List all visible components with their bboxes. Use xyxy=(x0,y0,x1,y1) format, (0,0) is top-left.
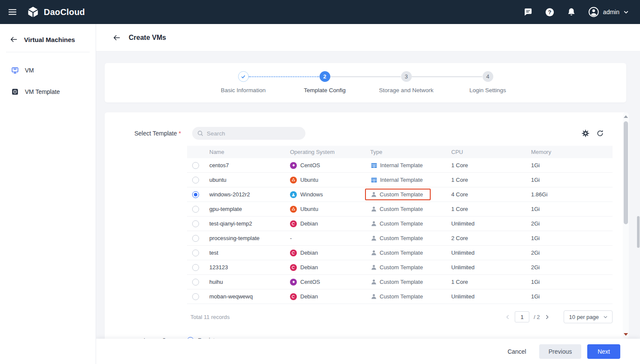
step-storage-and-network: 3 Storage and Network xyxy=(401,71,412,99)
template-radio[interactable] xyxy=(192,293,199,300)
template-form-card: Select Template* xyxy=(105,112,626,339)
template-radio[interactable] xyxy=(192,235,199,242)
table-row[interactable]: windows-2012r2WindowsCustom Template4 Co… xyxy=(187,187,613,202)
custom-template-icon xyxy=(371,221,377,226)
previous-button[interactable]: Previous xyxy=(539,344,581,359)
page-scrollbar[interactable] xyxy=(637,24,640,364)
refresh-icon[interactable] xyxy=(596,129,604,137)
brand[interactable]: DaoCloud xyxy=(27,6,85,18)
template-radio[interactable] xyxy=(192,250,199,256)
cell-memory: 1Gi xyxy=(526,279,613,285)
table-row[interactable]: gpu-templateUbuntuCustom Template1 Core1… xyxy=(187,202,613,217)
table-row[interactable]: processing-template-Custom Template2 Cor… xyxy=(187,231,613,246)
image-source-label: Image Source xyxy=(131,334,187,339)
cell-type: Custom Template xyxy=(365,232,446,244)
table-row[interactable]: ubuntuUbuntuInternal Template1 Core1Gi xyxy=(187,173,613,187)
template-radio[interactable] xyxy=(192,177,199,184)
step-check-icon xyxy=(238,71,249,82)
next-page-chevron-icon[interactable] xyxy=(544,314,550,320)
prev-page-chevron-icon[interactable] xyxy=(505,314,510,320)
template-radio[interactable] xyxy=(192,220,199,227)
cell-cpu: Unlimited xyxy=(446,250,526,256)
content-scrollbar[interactable] xyxy=(623,112,629,339)
custom-template-icon xyxy=(371,265,377,270)
cell-type: Custom Template xyxy=(365,247,446,259)
cell-type: Custom Template xyxy=(365,203,446,215)
table-row[interactable]: testDebianCustom TemplateUnlimited2Gi xyxy=(187,246,613,260)
next-button[interactable]: Next xyxy=(587,344,620,359)
chevron-down-icon xyxy=(623,9,629,15)
bell-icon[interactable] xyxy=(567,7,576,17)
table-row[interactable]: moban-weqwewqDebianCustom TemplateUnlimi… xyxy=(187,289,613,304)
os-icon-ubuntu xyxy=(290,206,297,213)
step-template-config: 2 Template Config xyxy=(319,71,330,99)
select-template-label: Select Template* xyxy=(131,127,187,140)
step-label: Login Settings xyxy=(469,87,506,93)
column-header-os: Operating System xyxy=(285,149,365,155)
cell-os: Ubuntu xyxy=(285,177,365,184)
step-label: Template Config xyxy=(304,87,346,93)
cancel-button[interactable]: Cancel xyxy=(507,348,526,355)
sidebar-item-vm[interactable]: VM xyxy=(0,62,96,79)
stepper-connector xyxy=(249,76,319,77)
stepper-connector xyxy=(412,76,482,77)
page-size-select[interactable]: 10 per page xyxy=(564,310,613,323)
row-radio-cell xyxy=(187,191,209,198)
stepper-card: Basic Information 2 Template Config 3 St… xyxy=(105,63,626,102)
user-name: admin xyxy=(603,9,619,15)
brand-name: DaoCloud xyxy=(44,7,85,17)
scroll-down-arrow-icon[interactable] xyxy=(623,331,629,337)
search-icon xyxy=(197,130,203,136)
template-radio[interactable] xyxy=(192,279,199,286)
template-radio[interactable] xyxy=(192,264,199,271)
step-number: 4 xyxy=(483,71,493,82)
sidebar-item-vm-template[interactable]: VM Template xyxy=(0,83,96,100)
cell-os: Debian xyxy=(285,220,365,227)
cell-memory: 1Gi xyxy=(526,235,613,241)
cell-os: Debian xyxy=(285,293,365,300)
cell-type: Custom Template xyxy=(365,262,446,273)
scrollbar-thumb[interactable] xyxy=(624,121,628,224)
image-source-registry-option[interactable]: Registry xyxy=(187,334,220,339)
page-header: Create VMs xyxy=(96,24,640,51)
search-input[interactable] xyxy=(207,130,300,137)
type-chip: Internal Template xyxy=(365,174,431,186)
page-scrollbar-thumb[interactable] xyxy=(637,216,640,248)
sidebar-back-arrow-icon[interactable] xyxy=(9,35,18,44)
cell-type: Custom Template xyxy=(365,291,446,302)
avatar-icon xyxy=(588,6,599,18)
table-row[interactable]: test-qianyi-temp2DebianCustom TemplateUn… xyxy=(187,217,613,231)
type-chip: Custom Template xyxy=(365,276,431,288)
page-number-input[interactable] xyxy=(515,311,529,322)
search-box[interactable] xyxy=(192,127,305,140)
svg-text:?: ? xyxy=(548,9,551,15)
cell-os: Windows xyxy=(285,191,365,198)
template-radio[interactable] xyxy=(192,191,199,198)
template-radio[interactable] xyxy=(192,206,199,213)
table-row[interactable]: 123123DebianCustom TemplateUnlimited2Gi xyxy=(187,260,613,275)
cell-cpu: 1 Core xyxy=(446,279,526,285)
template-radio[interactable] xyxy=(192,162,199,169)
user-menu[interactable]: admin xyxy=(588,6,629,18)
cell-type: Custom Template xyxy=(365,218,446,229)
menu-icon[interactable] xyxy=(8,7,17,17)
page-back-arrow-icon[interactable] xyxy=(112,33,121,42)
cell-memory: 1Gi xyxy=(526,162,613,168)
scroll-up-arrow-icon[interactable] xyxy=(623,114,629,120)
topbar: DaoCloud ? admin xyxy=(0,0,640,24)
table-header: Name Operating System Type CPU Memory xyxy=(187,146,613,158)
internal-template-icon xyxy=(371,177,377,183)
table-row[interactable]: huihuCentOSCustom Template1 Core1Gi xyxy=(187,275,613,289)
cell-os: CentOS xyxy=(285,162,365,169)
sidebar-title: Virtual Machines xyxy=(24,36,75,43)
table-row[interactable]: centos7CentOSInternal Template1 Core1Gi xyxy=(187,158,613,173)
stepper-connector xyxy=(330,76,401,77)
step-number: 2 xyxy=(320,71,330,82)
cell-memory: 1.86Gi xyxy=(526,191,613,198)
os-icon-centos xyxy=(290,279,297,286)
daocloud-logo-icon xyxy=(27,6,39,18)
message-icon[interactable] xyxy=(523,7,533,17)
help-icon[interactable]: ? xyxy=(545,7,555,17)
column-header-type: Type xyxy=(365,149,446,155)
gear-icon[interactable] xyxy=(582,129,589,137)
